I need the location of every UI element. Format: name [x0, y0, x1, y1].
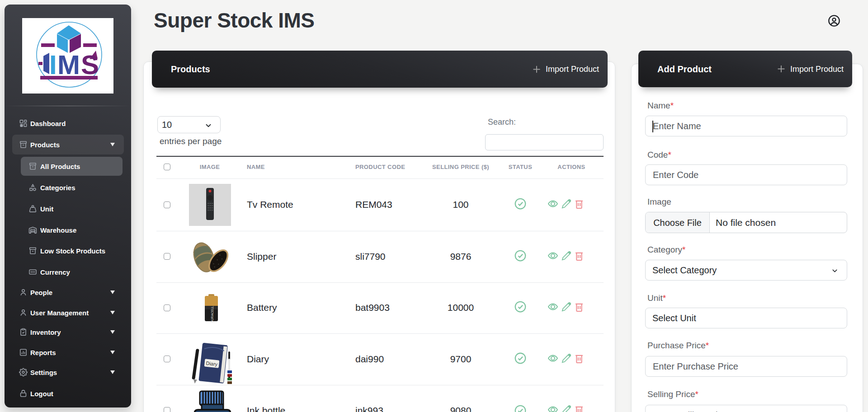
svg-text:I: I	[49, 50, 57, 80]
svg-text:S: S	[81, 50, 99, 80]
svg-text:M: M	[57, 50, 80, 80]
svg-text:DURACELL: DURACELL	[211, 306, 214, 323]
